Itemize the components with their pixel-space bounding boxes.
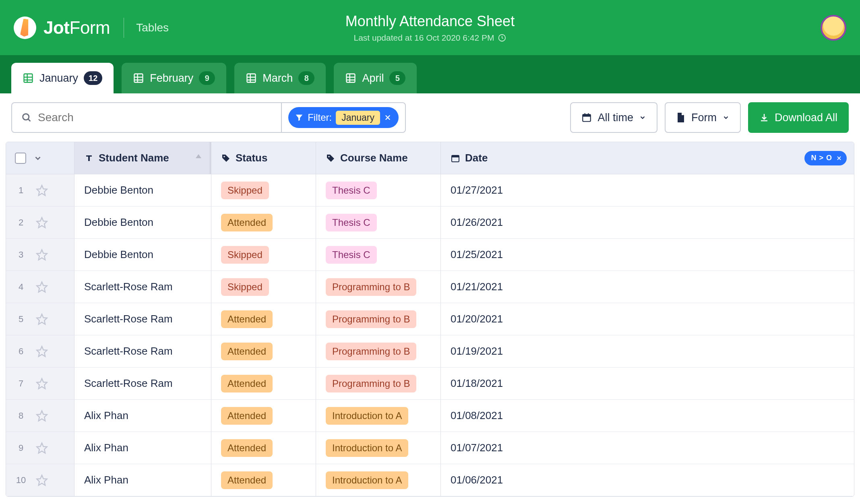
cell-course[interactable]: Thesis C	[316, 207, 441, 238]
cell-course[interactable]: Introduction to A	[316, 464, 441, 496]
cell-status[interactable]: Attended	[211, 207, 316, 238]
cell-student-name[interactable]: Scarlett-Rose Ram	[74, 335, 211, 367]
close-icon[interactable]	[836, 155, 842, 161]
row-header: 1	[6, 174, 74, 206]
table-row[interactable]: 7Scarlett-Rose RamAttendedProgramming to…	[6, 368, 854, 400]
row-header: 10	[6, 464, 74, 496]
filter-chip[interactable]: Filter: January	[288, 107, 399, 128]
col-date[interactable]: Date N > O	[441, 142, 854, 174]
svg-point-17	[23, 114, 29, 120]
tab-april[interactable]: April5	[334, 63, 417, 93]
row-number: 1	[15, 185, 27, 196]
table-row[interactable]: 8Alix PhanAttendedIntroduction to A01/08…	[6, 400, 854, 432]
cell-course[interactable]: Introduction to A	[316, 432, 441, 464]
cell-student-name[interactable]: Alix Phan	[74, 464, 211, 496]
row-header: 4	[6, 271, 74, 303]
section-label[interactable]: Tables	[136, 21, 169, 34]
star-icon[interactable]	[36, 281, 48, 293]
cell-date[interactable]: 01/27/2021	[441, 174, 854, 206]
course-pill: Thesis C	[326, 214, 377, 231]
star-icon[interactable]	[36, 410, 48, 422]
time-filter-button[interactable]: All time	[570, 102, 657, 133]
star-icon[interactable]	[36, 474, 48, 486]
col-status[interactable]: Status	[211, 142, 316, 174]
brand-logo-icon	[14, 17, 36, 39]
download-all-label: Download All	[775, 112, 837, 124]
cell-student-name[interactable]: Debbie Benton	[74, 207, 211, 238]
search-input[interactable]	[38, 111, 272, 124]
cell-status[interactable]: Attended	[211, 400, 316, 432]
form-button[interactable]: Form	[665, 102, 741, 133]
cell-student-name[interactable]: Alix Phan	[74, 400, 211, 432]
page-title: Monthly Attendance Sheet	[345, 13, 515, 30]
cell-date[interactable]: 01/20/2021	[441, 303, 854, 335]
column-menu-icon[interactable]	[196, 154, 201, 162]
cell-status[interactable]: Attended	[211, 335, 316, 367]
table-row[interactable]: 2Debbie BentonAttendedThesis C01/26/2021	[6, 207, 854, 239]
cell-course[interactable]: Programming to B	[316, 335, 441, 367]
chevron-down-icon[interactable]	[33, 154, 42, 163]
cell-date[interactable]: 01/19/2021	[441, 335, 854, 367]
cell-status[interactable]: Attended	[211, 303, 316, 335]
table-row[interactable]: 1Debbie BentonSkippedThesis C01/27/2021	[6, 174, 854, 207]
cell-status[interactable]: Skipped	[211, 239, 316, 271]
col-student-name[interactable]: Student Name	[74, 142, 211, 174]
table-row[interactable]: 4Scarlett-Rose RamSkippedProgramming to …	[6, 271, 854, 303]
tab-march[interactable]: March8	[234, 63, 326, 93]
cell-date[interactable]: 01/21/2021	[441, 271, 854, 303]
table-row[interactable]: 6Scarlett-Rose RamAttendedProgramming to…	[6, 335, 854, 368]
col-label: Course Name	[340, 152, 408, 164]
table-row[interactable]: 3Debbie BentonSkippedThesis C01/25/2021	[6, 239, 854, 271]
star-icon[interactable]	[36, 184, 48, 196]
star-icon[interactable]	[36, 217, 48, 229]
table-row[interactable]: 9Alix PhanAttendedIntroduction to A01/07…	[6, 432, 854, 464]
cell-student-name[interactable]: Scarlett-Rose Ram	[74, 271, 211, 303]
cell-student-name[interactable]: Debbie Benton	[74, 239, 211, 271]
cell-status[interactable]: Skipped	[211, 174, 316, 206]
table-row[interactable]: 5Scarlett-Rose RamAttendedProgramming to…	[6, 303, 854, 335]
tab-label: January	[39, 72, 78, 85]
brand-block[interactable]: JotForm	[14, 17, 110, 39]
cell-date[interactable]: 01/26/2021	[441, 207, 854, 238]
cell-course[interactable]: Introduction to A	[316, 400, 441, 432]
avatar[interactable]	[821, 15, 846, 41]
cell-date[interactable]: 01/18/2021	[441, 368, 854, 399]
search-box[interactable]	[12, 103, 282, 132]
cell-status[interactable]: Attended	[211, 432, 316, 464]
sheet-icon	[133, 72, 144, 84]
star-icon[interactable]	[36, 345, 48, 357]
cell-date[interactable]: 01/08/2021	[441, 400, 854, 432]
tab-february[interactable]: February9	[122, 63, 226, 93]
cell-status[interactable]: Attended	[211, 464, 316, 496]
cell-course[interactable]: Thesis C	[316, 239, 441, 271]
sort-indicator[interactable]: N > O	[804, 151, 847, 165]
cell-date[interactable]: 01/25/2021	[441, 239, 854, 271]
cell-student-name[interactable]: Scarlett-Rose Ram	[74, 303, 211, 335]
search-icon	[21, 112, 32, 123]
star-icon[interactable]	[36, 442, 48, 454]
col-course[interactable]: Course Name	[316, 142, 441, 174]
star-icon[interactable]	[36, 313, 48, 325]
star-icon[interactable]	[36, 378, 48, 390]
star-icon[interactable]	[36, 249, 48, 261]
cell-status[interactable]: Skipped	[211, 271, 316, 303]
cell-date[interactable]: 01/07/2021	[441, 432, 854, 464]
tabs-bar: January12February9March8April5	[0, 55, 860, 93]
cell-course[interactable]: Programming to B	[316, 303, 441, 335]
cell-student-name[interactable]: Debbie Benton	[74, 174, 211, 206]
clear-filter-icon[interactable]	[384, 114, 391, 121]
table-row[interactable]: 10Alix PhanAttendedIntroduction to A01/0…	[6, 464, 854, 496]
brand-name: JotForm	[43, 18, 110, 38]
tab-january[interactable]: January12	[11, 63, 114, 93]
cell-course[interactable]: Programming to B	[316, 271, 441, 303]
cell-status[interactable]: Attended	[211, 368, 316, 399]
cell-course[interactable]: Thesis C	[316, 174, 441, 206]
cell-course[interactable]: Programming to B	[316, 368, 441, 399]
cell-student-name[interactable]: Alix Phan	[74, 432, 211, 464]
select-all-checkbox[interactable]	[15, 153, 26, 164]
history-icon[interactable]	[498, 33, 506, 42]
download-all-button[interactable]: Download All	[748, 102, 849, 133]
cell-date[interactable]: 01/06/2021	[441, 464, 854, 496]
svg-point-28	[328, 156, 330, 157]
cell-student-name[interactable]: Scarlett-Rose Ram	[74, 368, 211, 399]
